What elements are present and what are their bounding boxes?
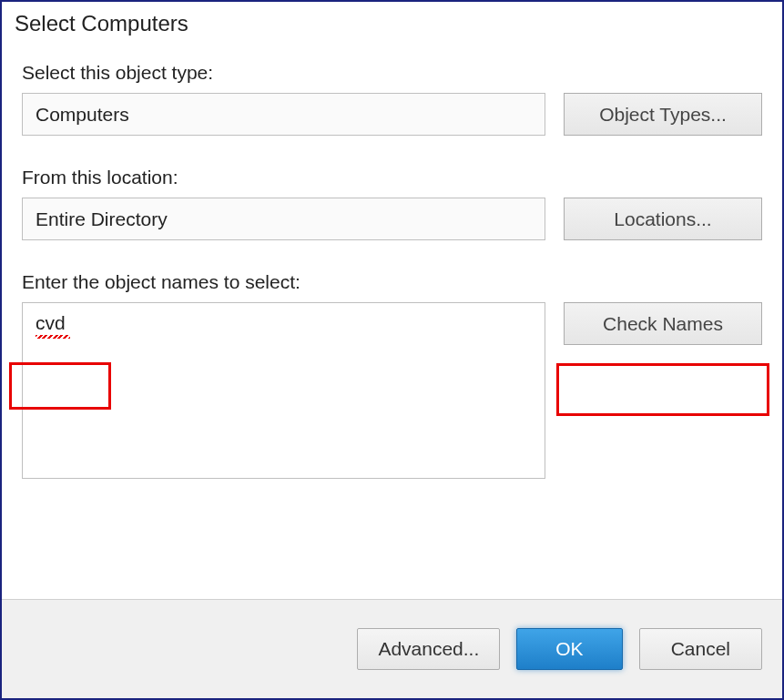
dialog-footer: Advanced... OK Cancel xyxy=(2,599,782,698)
dialog-title: Select Computers xyxy=(2,2,782,36)
locations-button[interactable]: Locations... xyxy=(564,198,762,240)
dialog-content: Select this object type: Computers Objec… xyxy=(2,36,782,599)
cancel-button[interactable]: Cancel xyxy=(639,628,762,670)
select-computers-dialog: Select Computers Select this object type… xyxy=(0,0,784,700)
location-field[interactable]: Entire Directory xyxy=(22,198,545,240)
object-type-value: Computers xyxy=(36,104,129,126)
spellcheck-underline-icon xyxy=(36,335,70,339)
object-names-label: Enter the object names to select: xyxy=(22,271,762,293)
object-names-input[interactable]: cvd xyxy=(22,302,545,479)
location-value: Entire Directory xyxy=(36,208,168,230)
object-type-field[interactable]: Computers xyxy=(22,93,545,136)
object-type-label: Select this object type: xyxy=(22,62,762,84)
location-label: From this location: xyxy=(22,167,762,188)
advanced-button[interactable]: Advanced... xyxy=(357,628,500,670)
object-names-value: cvd xyxy=(36,312,66,333)
object-types-button[interactable]: Object Types... xyxy=(564,93,762,136)
check-names-button[interactable]: Check Names xyxy=(564,302,762,345)
ok-button[interactable]: OK xyxy=(516,628,622,670)
